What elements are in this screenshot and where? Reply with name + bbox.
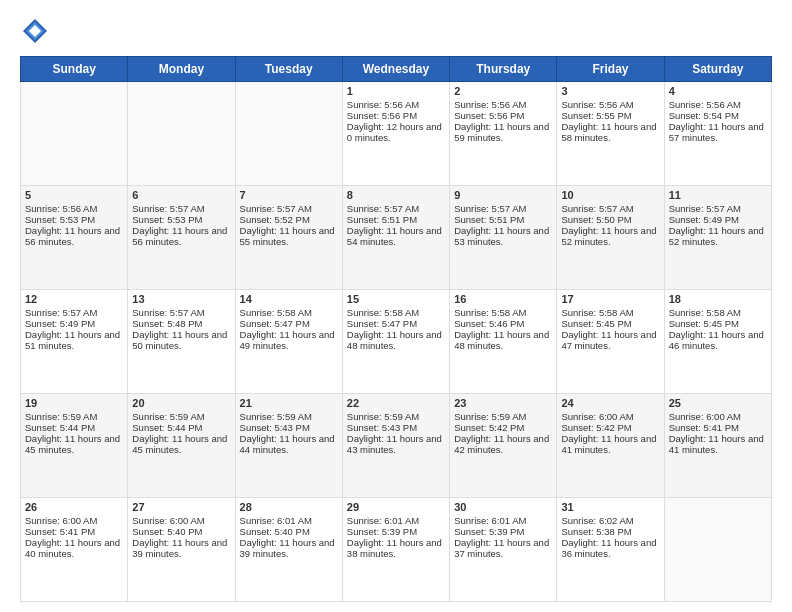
- calendar-cell: 19Sunrise: 5:59 AMSunset: 5:44 PMDayligh…: [21, 394, 128, 498]
- sunrise-text: Sunrise: 6:00 AM: [132, 515, 230, 526]
- sunset-text: Sunset: 5:53 PM: [132, 214, 230, 225]
- calendar: SundayMondayTuesdayWednesdayThursdayFrid…: [20, 56, 772, 602]
- calendar-cell: 1Sunrise: 5:56 AMSunset: 5:56 PMDaylight…: [342, 82, 449, 186]
- calendar-cell: 20Sunrise: 5:59 AMSunset: 5:44 PMDayligh…: [128, 394, 235, 498]
- sunrise-text: Sunrise: 5:58 AM: [669, 307, 767, 318]
- calendar-cell: 12Sunrise: 5:57 AMSunset: 5:49 PMDayligh…: [21, 290, 128, 394]
- day-number: 4: [669, 85, 767, 97]
- day-number: 13: [132, 293, 230, 305]
- daylight-text: Daylight: 11 hours and 56 minutes.: [25, 225, 123, 247]
- daylight-text: Daylight: 11 hours and 38 minutes.: [347, 537, 445, 559]
- sunrise-text: Sunrise: 5:57 AM: [132, 307, 230, 318]
- sunrise-text: Sunrise: 6:01 AM: [347, 515, 445, 526]
- day-number: 23: [454, 397, 552, 409]
- calendar-cell: 4Sunrise: 5:56 AMSunset: 5:54 PMDaylight…: [664, 82, 771, 186]
- sunset-text: Sunset: 5:55 PM: [561, 110, 659, 121]
- daylight-text: Daylight: 11 hours and 45 minutes.: [132, 433, 230, 455]
- sunrise-text: Sunrise: 5:57 AM: [25, 307, 123, 318]
- calendar-cell: 16Sunrise: 5:58 AMSunset: 5:46 PMDayligh…: [450, 290, 557, 394]
- sunrise-text: Sunrise: 6:02 AM: [561, 515, 659, 526]
- sunrise-text: Sunrise: 5:57 AM: [561, 203, 659, 214]
- daylight-text: Daylight: 11 hours and 46 minutes.: [669, 329, 767, 351]
- daylight-text: Daylight: 11 hours and 54 minutes.: [347, 225, 445, 247]
- header: [20, 16, 772, 46]
- sunset-text: Sunset: 5:48 PM: [132, 318, 230, 329]
- daylight-text: Daylight: 11 hours and 48 minutes.: [454, 329, 552, 351]
- calendar-cell: [235, 82, 342, 186]
- daylight-text: Daylight: 11 hours and 49 minutes.: [240, 329, 338, 351]
- calendar-cell: 27Sunrise: 6:00 AMSunset: 5:40 PMDayligh…: [128, 498, 235, 602]
- sunrise-text: Sunrise: 5:58 AM: [240, 307, 338, 318]
- daylight-text: Daylight: 11 hours and 55 minutes.: [240, 225, 338, 247]
- sunrise-text: Sunrise: 5:59 AM: [454, 411, 552, 422]
- sunrise-text: Sunrise: 5:58 AM: [454, 307, 552, 318]
- sunset-text: Sunset: 5:46 PM: [454, 318, 552, 329]
- day-number: 6: [132, 189, 230, 201]
- calendar-week-row: 26Sunrise: 6:00 AMSunset: 5:41 PMDayligh…: [21, 498, 772, 602]
- day-number: 10: [561, 189, 659, 201]
- calendar-cell: 14Sunrise: 5:58 AMSunset: 5:47 PMDayligh…: [235, 290, 342, 394]
- calendar-cell: 11Sunrise: 5:57 AMSunset: 5:49 PMDayligh…: [664, 186, 771, 290]
- calendar-cell: 17Sunrise: 5:58 AMSunset: 5:45 PMDayligh…: [557, 290, 664, 394]
- daylight-text: Daylight: 11 hours and 37 minutes.: [454, 537, 552, 559]
- calendar-week-row: 19Sunrise: 5:59 AMSunset: 5:44 PMDayligh…: [21, 394, 772, 498]
- day-number: 1: [347, 85, 445, 97]
- calendar-cell: 18Sunrise: 5:58 AMSunset: 5:45 PMDayligh…: [664, 290, 771, 394]
- sunset-text: Sunset: 5:45 PM: [561, 318, 659, 329]
- calendar-cell: [664, 498, 771, 602]
- sunset-text: Sunset: 5:52 PM: [240, 214, 338, 225]
- daylight-text: Daylight: 11 hours and 45 minutes.: [25, 433, 123, 455]
- sunset-text: Sunset: 5:43 PM: [240, 422, 338, 433]
- calendar-week-row: 12Sunrise: 5:57 AMSunset: 5:49 PMDayligh…: [21, 290, 772, 394]
- calendar-cell: 10Sunrise: 5:57 AMSunset: 5:50 PMDayligh…: [557, 186, 664, 290]
- day-number: 16: [454, 293, 552, 305]
- calendar-cell: 13Sunrise: 5:57 AMSunset: 5:48 PMDayligh…: [128, 290, 235, 394]
- sunrise-text: Sunrise: 5:57 AM: [347, 203, 445, 214]
- sunset-text: Sunset: 5:43 PM: [347, 422, 445, 433]
- sunrise-text: Sunrise: 5:57 AM: [454, 203, 552, 214]
- day-number: 28: [240, 501, 338, 513]
- daylight-text: Daylight: 11 hours and 39 minutes.: [240, 537, 338, 559]
- sunrise-text: Sunrise: 5:59 AM: [132, 411, 230, 422]
- sunrise-text: Sunrise: 5:59 AM: [25, 411, 123, 422]
- day-number: 24: [561, 397, 659, 409]
- sunrise-text: Sunrise: 5:58 AM: [561, 307, 659, 318]
- sunrise-text: Sunrise: 5:59 AM: [347, 411, 445, 422]
- weekday-header: Tuesday: [235, 57, 342, 82]
- sunset-text: Sunset: 5:47 PM: [347, 318, 445, 329]
- weekday-header-row: SundayMondayTuesdayWednesdayThursdayFrid…: [21, 57, 772, 82]
- day-number: 7: [240, 189, 338, 201]
- day-number: 3: [561, 85, 659, 97]
- sunset-text: Sunset: 5:47 PM: [240, 318, 338, 329]
- sunrise-text: Sunrise: 5:56 AM: [454, 99, 552, 110]
- day-number: 31: [561, 501, 659, 513]
- sunset-text: Sunset: 5:41 PM: [669, 422, 767, 433]
- day-number: 12: [25, 293, 123, 305]
- sunrise-text: Sunrise: 5:57 AM: [669, 203, 767, 214]
- day-number: 20: [132, 397, 230, 409]
- day-number: 14: [240, 293, 338, 305]
- sunset-text: Sunset: 5:39 PM: [347, 526, 445, 537]
- sunset-text: Sunset: 5:45 PM: [669, 318, 767, 329]
- sunset-text: Sunset: 5:44 PM: [25, 422, 123, 433]
- daylight-text: Daylight: 11 hours and 43 minutes.: [347, 433, 445, 455]
- daylight-text: Daylight: 11 hours and 59 minutes.: [454, 121, 552, 143]
- sunset-text: Sunset: 5:56 PM: [454, 110, 552, 121]
- calendar-cell: 15Sunrise: 5:58 AMSunset: 5:47 PMDayligh…: [342, 290, 449, 394]
- calendar-week-row: 1Sunrise: 5:56 AMSunset: 5:56 PMDaylight…: [21, 82, 772, 186]
- logo-icon: [20, 16, 50, 46]
- calendar-cell: 23Sunrise: 5:59 AMSunset: 5:42 PMDayligh…: [450, 394, 557, 498]
- daylight-text: Daylight: 11 hours and 36 minutes.: [561, 537, 659, 559]
- sunset-text: Sunset: 5:49 PM: [669, 214, 767, 225]
- daylight-text: Daylight: 11 hours and 58 minutes.: [561, 121, 659, 143]
- sunset-text: Sunset: 5:53 PM: [25, 214, 123, 225]
- sunrise-text: Sunrise: 5:56 AM: [669, 99, 767, 110]
- calendar-cell: 7Sunrise: 5:57 AMSunset: 5:52 PMDaylight…: [235, 186, 342, 290]
- weekday-header: Thursday: [450, 57, 557, 82]
- calendar-cell: 24Sunrise: 6:00 AMSunset: 5:42 PMDayligh…: [557, 394, 664, 498]
- daylight-text: Daylight: 11 hours and 52 minutes.: [669, 225, 767, 247]
- calendar-cell: 29Sunrise: 6:01 AMSunset: 5:39 PMDayligh…: [342, 498, 449, 602]
- sunrise-text: Sunrise: 5:58 AM: [347, 307, 445, 318]
- daylight-text: Daylight: 12 hours and 0 minutes.: [347, 121, 445, 143]
- calendar-cell: 8Sunrise: 5:57 AMSunset: 5:51 PMDaylight…: [342, 186, 449, 290]
